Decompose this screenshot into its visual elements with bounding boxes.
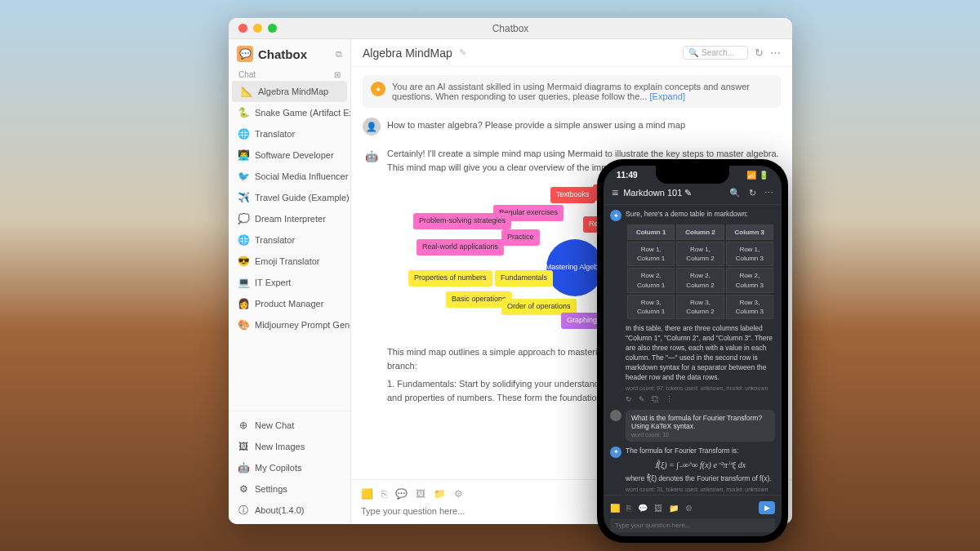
copy-icon[interactable]: ⿻ — [652, 394, 659, 405]
phone-user-avatar-icon — [610, 410, 621, 421]
main-header: Algebra MindMap ✎ 🔍 Search... ↻ ⋯ — [351, 39, 792, 67]
more-actions-icon[interactable]: ⋮ — [666, 394, 673, 405]
sidebar-item-dev[interactable]: 👨‍💻Software Developer — [229, 144, 350, 166]
chat-icon[interactable]: 💬 — [395, 488, 408, 500]
mm-node: Fundamentals — [495, 270, 553, 287]
model-icon[interactable]: 🟨 — [361, 488, 373, 500]
phone-notch — [656, 166, 729, 184]
sidebar-item-social[interactable]: 🐦Social Media Influencer (E... — [229, 166, 350, 187]
sidebar-bottom: ⊕New Chat 🖼New Images 🤖My Copilots ⚙Sett… — [229, 411, 350, 524]
system-icon: ✦ — [371, 82, 385, 96]
system-message: ✦ You are an AI assistant skilled in usi… — [363, 75, 781, 108]
user-message-text: How to master algebra? Please provide a … — [387, 118, 685, 130]
phone-user-message: What is the formula for Fourier Transfor… — [610, 410, 775, 442]
phone-header: ≡ Markdown 101 ✎ 🔍 ↻ ⋯ — [604, 181, 782, 205]
phone-time: 11:49 — [617, 171, 638, 180]
phone-device: 11:49 📶 🔋 ≡ Markdown 101 ✎ 🔍 ↻ ⋯ ✦ Sure,… — [597, 159, 788, 543]
sidebar-item-translator[interactable]: 🌐Translator — [229, 123, 350, 144]
sidebar-item-translator2[interactable]: 🌐Translator — [229, 229, 350, 251]
close-window-button[interactable] — [238, 24, 247, 33]
new-chat-button[interactable]: ⊕New Chat — [229, 415, 350, 436]
sidebar-item-dream[interactable]: 💭Dream Interpreter — [229, 208, 350, 229]
mm-node: Practice — [501, 229, 540, 246]
user-message: 👤 How to master algebra? Please provide … — [363, 118, 781, 136]
phone-ai-avatar-icon: ✦ — [610, 447, 621, 458]
search-icon: 🔍 — [688, 48, 698, 57]
mm-node: Properties of numbers — [408, 270, 492, 287]
history-icon[interactable]: ↻ — [755, 47, 764, 59]
phone-folder-icon[interactable]: 📁 — [669, 504, 679, 513]
sidebar-collapse-icon[interactable]: ⧉ — [336, 49, 342, 60]
expand-link[interactable]: [Expand] — [650, 91, 685, 101]
sidebar-item-pm[interactable]: 👩Product Manager — [229, 293, 350, 314]
mm-node: Textbooks — [550, 187, 595, 203]
phone-image-icon[interactable]: 🖼 — [654, 504, 662, 513]
phone-more-icon[interactable]: ⋯ — [764, 188, 773, 198]
app-name: Chatbox — [258, 47, 307, 61]
conversation-title: Algebra MindMap — [363, 47, 452, 60]
sidebar-item-algebra[interactable]: 📐Algebra MindMap — [232, 81, 347, 102]
maximize-window-button[interactable] — [268, 24, 277, 33]
about-button[interactable]: ⓘAbout(1.4.0) — [229, 500, 350, 521]
phone-send-button[interactable]: ▶ — [759, 501, 775, 514]
my-copilots-button[interactable]: 🤖My Copilots — [229, 457, 350, 478]
phone-message-input[interactable]: Type your question here... — [610, 518, 775, 532]
phone-model-icon[interactable]: 🟨 — [610, 504, 620, 513]
edit-title-icon[interactable]: ✎ — [459, 47, 466, 58]
phone-menu-icon[interactable]: ≡ — [612, 186, 618, 199]
sidebar-item-emoji[interactable]: 😎Emoji Translator — [229, 251, 350, 272]
app-logo-icon: 💬 — [237, 46, 253, 62]
user-avatar-icon: 👤 — [363, 118, 381, 136]
folder-icon[interactable]: 📁 — [434, 488, 446, 500]
fourier-formula: f̂(ξ) = ∫₋∞^∞ f(x) e⁻²πⁱˣξ dx — [626, 460, 775, 471]
phone-settings-icon[interactable]: ⚙ — [685, 504, 693, 513]
message-meta: word count: 97, tokens used: unknown, mo… — [626, 384, 775, 393]
ai-avatar-icon: 🤖 — [363, 147, 381, 165]
search-box[interactable]: 🔍 Search... — [683, 46, 748, 60]
retry-icon[interactable]: ↻ — [626, 394, 632, 405]
phone-quote-icon[interactable]: ⎘ — [626, 504, 631, 513]
phone-history-icon[interactable]: ↻ — [749, 188, 756, 198]
sidebar: 💬 Chatbox ⧉ Chat ⊞ 📐Algebra MindMap 🐍Sna… — [229, 39, 351, 524]
sidebar-header: 💬 Chatbox ⧉ — [229, 39, 350, 69]
mm-node: Problem-solving strategies — [413, 213, 511, 229]
quote-icon[interactable]: ⎘ — [381, 488, 387, 500]
new-chat-icon[interactable]: ⊞ — [334, 70, 341, 79]
sidebar-item-snake[interactable]: 🐍Snake Game (Artifact Exa... — [229, 102, 350, 123]
phone-ai-avatar-icon: ✦ — [610, 210, 621, 221]
traffic-lights — [238, 24, 277, 33]
sidebar-item-it[interactable]: 💻IT Expert — [229, 272, 350, 293]
phone-input-area: 🟨 ⎘ 💬 🖼 📁 ⚙ ▶ Type your question here... — [604, 495, 782, 536]
window-title: Chatbox — [492, 23, 529, 34]
sidebar-chat-list: 📐Algebra MindMap 🐍Snake Game (Artifact E… — [229, 81, 350, 411]
more-icon[interactable]: ⋯ — [770, 47, 781, 59]
markdown-table: Column 1Column 2Column 3 Row 1, Column 1… — [626, 223, 775, 321]
phone-ai-message: ✦ Sure, here's a demo table in markdown:… — [610, 210, 775, 405]
image-icon[interactable]: 🖼 — [416, 488, 425, 500]
phone-ai-message-2: ✦ The formula for Fourier Transform is: … — [610, 447, 775, 494]
settings-icon[interactable]: ⚙ — [454, 488, 463, 500]
settings-button[interactable]: ⚙Settings — [229, 478, 350, 500]
message-actions: ↻ ✎ ⿻ ⋮ — [626, 394, 775, 405]
mm-node: Real-world applications — [416, 239, 504, 256]
titlebar: Chatbox — [229, 18, 792, 39]
sidebar-item-mj[interactable]: 🎨Midjourney Prompt Gener... — [229, 314, 350, 335]
edit-icon[interactable]: ✎ — [639, 394, 645, 405]
phone-conversation-title: Markdown 101 ✎ — [623, 188, 724, 198]
mm-center-node: Mastering Algebra — [546, 239, 604, 296]
chat-section-label: Chat ⊞ — [229, 69, 350, 81]
sidebar-item-travel[interactable]: ✈️Travel Guide (Example) — [229, 187, 350, 208]
phone-status-icons: 📶 🔋 — [746, 171, 768, 180]
phone-search-icon[interactable]: 🔍 — [729, 188, 741, 198]
phone-messages: ✦ Sure, here's a demo table in markdown:… — [604, 205, 782, 495]
phone-screen: 11:49 📶 🔋 ≡ Markdown 101 ✎ 🔍 ↻ ⋯ ✦ Sure,… — [604, 166, 782, 536]
phone-chat-icon[interactable]: 💬 — [638, 504, 648, 513]
minimize-window-button[interactable] — [253, 24, 262, 33]
new-images-button[interactable]: 🖼New Images — [229, 436, 350, 457]
phone-input-toolbar: 🟨 ⎘ 💬 🖼 📁 ⚙ ▶ — [610, 500, 775, 516]
